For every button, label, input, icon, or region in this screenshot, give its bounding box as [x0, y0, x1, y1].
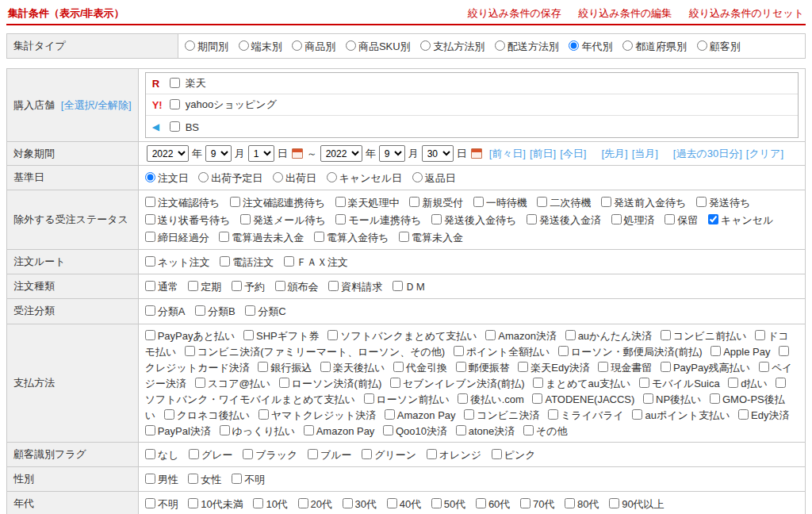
checkbox-option[interactable]: 40代 [387, 495, 421, 512]
checkbox-option[interactable]: 注文確認連携待ち [230, 194, 325, 211]
checkbox-input[interactable] [565, 330, 576, 340]
checkbox-option[interactable]: ローソン前払い [364, 393, 450, 405]
checkbox-input[interactable] [476, 498, 486, 508]
checkbox-option[interactable]: SHPギフト券 [243, 329, 320, 341]
checkbox-input[interactable] [779, 346, 789, 356]
radio-input[interactable] [495, 40, 505, 51]
checkbox-input[interactable] [232, 474, 242, 484]
checkbox-option[interactable]: キャンセル [708, 211, 774, 228]
checkbox-option[interactable]: 50代 [431, 495, 465, 512]
calendar-icon[interactable] [471, 148, 482, 159]
checkbox-input[interactable] [458, 393, 468, 404]
checkbox-option[interactable]: 定期 [188, 278, 221, 295]
checkbox-input[interactable] [259, 409, 269, 420]
radio-option[interactable]: 都道府県別 [622, 37, 687, 55]
checkbox-option[interactable]: 二次待機 [537, 194, 591, 211]
checkbox-input[interactable] [170, 78, 180, 88]
checkbox-option[interactable]: 80代 [565, 495, 599, 512]
period-shortcut-link[interactable]: [今日] [560, 148, 586, 159]
checkbox-option[interactable]: PayPay残高払い [661, 361, 750, 373]
checkbox-option[interactable]: グリーン [362, 446, 416, 463]
checkbox-option[interactable]: 分類B [195, 302, 236, 320]
radio-option[interactable]: 顧客別 [697, 37, 741, 55]
radio-option[interactable]: 配送方法別 [495, 37, 559, 55]
checkbox-input[interactable] [431, 214, 442, 224]
checkbox-input[interactable] [145, 305, 155, 316]
checkbox-option[interactable]: auかんたん決済 [565, 329, 653, 341]
checkbox-input[interactable] [383, 425, 393, 435]
checkbox-option[interactable]: モバイルSuica [639, 377, 720, 389]
checkbox-input[interactable] [708, 214, 718, 224]
checkbox-option[interactable]: 電算入金待ち [314, 228, 389, 246]
checkbox-option[interactable]: 電話注文 [220, 253, 274, 270]
checkbox-input[interactable] [385, 409, 395, 420]
checkbox-input[interactable] [533, 378, 543, 388]
checkbox-option[interactable]: グレー [189, 446, 233, 463]
checkbox-option[interactable]: 楽天Edy決済 [518, 361, 589, 373]
checkbox-input[interactable] [308, 449, 318, 459]
checkbox-input[interactable] [188, 498, 198, 508]
period-shortcut-link[interactable]: [クリア] [746, 148, 783, 159]
checkbox-input[interactable] [661, 330, 671, 340]
radio-input[interactable] [327, 172, 337, 182]
checkbox-option[interactable]: 不明 [232, 470, 265, 488]
radio-input[interactable] [420, 40, 431, 51]
checkbox-input[interactable] [393, 362, 404, 372]
checkbox-option[interactable]: なし [145, 446, 179, 463]
checkbox-option[interactable]: 予約 [232, 278, 265, 295]
radio-input[interactable] [273, 172, 283, 182]
checkbox-option[interactable]: 電算未入金 [399, 228, 463, 246]
checkbox-option[interactable]: ATODENE(JACCS) [532, 393, 634, 405]
radio-option[interactable]: キャンセル日 [327, 169, 403, 186]
checkbox-option[interactable]: オレンジ [427, 446, 481, 463]
checkbox-input[interactable] [565, 498, 575, 508]
checkbox-input[interactable] [320, 362, 331, 372]
checkbox-input[interactable] [243, 449, 253, 459]
checkbox-input[interactable] [170, 99, 180, 109]
checkbox-option[interactable]: ブラック [243, 446, 297, 463]
checkbox-input[interactable] [728, 378, 738, 388]
checkbox-option[interactable]: ブルー [308, 446, 352, 463]
checkbox-input[interactable] [362, 449, 372, 459]
checkbox-input[interactable] [220, 256, 230, 267]
period-from-year-select[interactable]: 2022 [147, 145, 189, 162]
period-from-day-select[interactable]: 1 [248, 145, 274, 162]
checkbox-option[interactable]: ローソン決済(前払) [279, 377, 382, 389]
checkbox-option[interactable]: Amazon Pay [385, 409, 456, 420]
checkbox-option[interactable]: スコア@払い [195, 377, 270, 389]
checkbox-option[interactable]: 発送メール待ち [240, 211, 326, 228]
checkbox-input[interactable] [189, 449, 199, 459]
checkbox-option[interactable]: ネット注文 [145, 253, 210, 270]
checkbox-option[interactable]: 電算過去未入金 [219, 228, 304, 246]
checkbox-input[interactable] [314, 232, 324, 242]
checkbox-input[interactable] [145, 498, 155, 508]
radio-option[interactable]: 期間別 [185, 37, 228, 55]
checkbox-input[interactable] [387, 498, 397, 508]
radio-option[interactable]: 注文日 [145, 169, 189, 186]
checkbox-input[interactable] [665, 214, 675, 224]
period-to-year-select[interactable]: 2022 [320, 145, 362, 162]
checkbox-input[interactable] [558, 346, 569, 356]
period-shortcut-link[interactable]: [過去の30日分] [673, 148, 742, 159]
radio-input[interactable] [145, 172, 155, 182]
checkbox-option[interactable]: Edy決済 [738, 409, 789, 420]
checkbox-input[interactable] [335, 197, 346, 207]
checkbox-option[interactable]: 10代 [253, 495, 287, 512]
checkbox-option[interactable]: 注文確認待ち [145, 194, 220, 211]
checkbox-input[interactable] [710, 346, 721, 356]
checkbox-option[interactable]: コンビニ決済(ファミリーマート、ローソン、その他) [185, 345, 445, 357]
checkbox-option[interactable]: ローソン・郵便局決済(前払) [558, 345, 703, 357]
checkbox-input[interactable] [335, 214, 346, 224]
checkbox-input[interactable] [230, 197, 240, 207]
checkbox-input[interactable] [454, 346, 464, 356]
checkbox-option[interactable]: ピンク [492, 446, 536, 463]
checkbox-option[interactable]: Amazon Pay [304, 424, 375, 436]
checkbox-input[interactable] [518, 362, 528, 372]
checkbox-input[interactable] [464, 409, 474, 420]
checkbox-option[interactable]: コンビニ決済 [464, 409, 539, 420]
checkbox-input[interactable] [537, 197, 547, 207]
checkbox-option[interactable]: 分類C [245, 302, 285, 320]
checkbox-input[interactable] [661, 362, 671, 372]
checkbox-input[interactable] [298, 498, 308, 508]
checkbox-option[interactable]: ヤマトクレジット決済 [259, 409, 376, 420]
